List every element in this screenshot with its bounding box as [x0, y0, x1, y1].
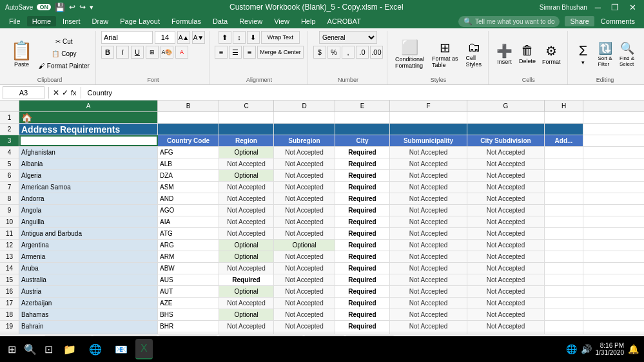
align-middle-btn[interactable]: ↕: [233, 31, 246, 44]
cell-D19[interactable]: Not Accepted: [274, 321, 335, 332]
cell-C16[interactable]: Optional: [219, 286, 274, 297]
cell-c2[interactable]: [219, 124, 274, 135]
cell-A10[interactable]: Anguilla: [19, 216, 158, 227]
taskbar-outlook[interactable]: 📧: [110, 339, 133, 359]
merge-center-btn[interactable]: Merge & Center: [257, 46, 304, 59]
cell-C6[interactable]: Optional: [219, 170, 274, 181]
format-painter-btn[interactable]: 🖌 Format Painter: [37, 61, 92, 72]
percent-btn[interactable]: %: [327, 46, 340, 59]
cell-G17[interactable]: Not Accepted: [467, 298, 545, 309]
cell-h2[interactable]: [545, 124, 583, 135]
cell-G16[interactable]: Not Accepted: [467, 286, 545, 297]
number-format-select[interactable]: General Number Currency Percentage: [319, 31, 377, 44]
cell-C10[interactable]: Not Accepted: [219, 216, 274, 227]
taskbar-time[interactable]: 8:16 PM 1/31/2020: [596, 342, 625, 356]
font-name-input[interactable]: [101, 31, 153, 44]
cell-B5[interactable]: ALB: [158, 158, 219, 169]
cell-E18[interactable]: Required: [335, 309, 390, 320]
cell-F17[interactable]: Not Accepted: [390, 298, 467, 309]
cell-f2[interactable]: [390, 124, 467, 135]
cell-G11[interactable]: Not Accepted: [467, 228, 545, 239]
insert-cells-btn[interactable]: ➕ Insert: [494, 36, 515, 72]
cell-H18[interactable]: [545, 309, 583, 320]
cell-D13[interactable]: Not Accepted: [274, 251, 335, 262]
menu-home[interactable]: Home: [27, 16, 56, 26]
cell-H13[interactable]: [545, 251, 583, 262]
cell-E19[interactable]: Required: [335, 321, 390, 332]
format-cells-btn[interactable]: ⚙ Format: [540, 36, 563, 72]
cell-A18[interactable]: Bahamas: [19, 309, 158, 320]
cell-C5[interactable]: Not Accepted: [219, 158, 274, 169]
cell-C20[interactable]: Not Accepted: [219, 332, 274, 334]
taskbar-other[interactable]: 🖥: [155, 339, 176, 359]
menu-review[interactable]: Review: [234, 16, 268, 26]
cell-G6[interactable]: Not Accepted: [467, 170, 545, 181]
menu-data[interactable]: Data: [208, 16, 233, 26]
cell-E10[interactable]: Required: [335, 216, 390, 227]
cell-F6[interactable]: Not Accepted: [390, 170, 467, 181]
cell-E9[interactable]: Required: [335, 205, 390, 216]
cell-C4[interactable]: Optional: [219, 147, 274, 158]
cell-A11[interactable]: Antigua and Barbuda: [19, 228, 158, 239]
cell-G19[interactable]: Not Accepted: [467, 321, 545, 332]
row-num-18[interactable]: 18: [0, 309, 19, 321]
cell-H11[interactable]: [545, 228, 583, 239]
notification-icon[interactable]: 🔔: [628, 344, 639, 354]
cell-H6[interactable]: [545, 170, 583, 181]
cell-A13[interactable]: Armenia: [19, 251, 158, 262]
maximize-btn[interactable]: ❐: [609, 3, 621, 12]
border-btn[interactable]: ⊞: [146, 46, 159, 59]
cell-A17[interactable]: Azerbaijan: [19, 298, 158, 309]
decrease-decimal-btn[interactable]: .0: [356, 46, 369, 59]
cell-E4[interactable]: Required: [335, 147, 390, 158]
cell-C13[interactable]: Optional: [219, 251, 274, 262]
cell-G18[interactable]: Not Accepted: [467, 309, 545, 320]
fill-color-btn[interactable]: A🎨: [161, 46, 173, 59]
cell-F10[interactable]: Not Accepted: [390, 216, 467, 227]
col-header-h[interactable]: H: [545, 100, 583, 111]
cell-H4[interactable]: [545, 147, 583, 158]
task-view-btn[interactable]: ⊡: [42, 341, 55, 358]
cell-b1[interactable]: [158, 112, 219, 123]
cell-F15[interactable]: Not Accepted: [390, 274, 467, 285]
cell-D18[interactable]: Not Accepted: [274, 309, 335, 320]
cell-H10[interactable]: [545, 216, 583, 227]
cell-G20[interactable]: Not Accepted: [467, 332, 545, 334]
cell-B4[interactable]: AFG: [158, 147, 219, 158]
cell-F19[interactable]: Not Accepted: [390, 321, 467, 332]
row-num-15[interactable]: 15: [0, 274, 19, 286]
cell-H15[interactable]: [545, 274, 583, 285]
cell-E13[interactable]: Required: [335, 251, 390, 262]
cell-d2[interactable]: [274, 124, 335, 135]
comma-btn[interactable]: ,: [342, 46, 355, 59]
cell-E16[interactable]: Required: [335, 286, 390, 297]
cell-A9[interactable]: Angola: [19, 205, 158, 216]
cell-D11[interactable]: Not Accepted: [274, 228, 335, 239]
cell-H7[interactable]: [545, 182, 583, 193]
row-num-2[interactable]: 2: [0, 124, 19, 135]
cell-E14[interactable]: Required: [335, 263, 390, 274]
cell-G10[interactable]: Not Accepted: [467, 216, 545, 227]
find-select-btn[interactable]: 🔍 Find &Select: [617, 36, 638, 72]
row-num-14[interactable]: 14: [0, 263, 19, 274]
menu-formulas[interactable]: Formulas: [166, 16, 206, 26]
cell-h3-header[interactable]: Add...: [545, 135, 583, 146]
row-num-19[interactable]: 19: [0, 321, 19, 332]
col-header-e[interactable]: E: [335, 100, 390, 111]
cell-H19[interactable]: [545, 321, 583, 332]
cell-C11[interactable]: Not Accepted: [219, 228, 274, 239]
row-num-7[interactable]: 7: [0, 182, 19, 193]
taskbar-explorer[interactable]: 📁: [58, 339, 81, 359]
row-num-4[interactable]: 4: [0, 147, 19, 158]
cell-B17[interactable]: AZE: [158, 298, 219, 309]
delete-cells-btn[interactable]: 🗑 Delete: [516, 36, 538, 72]
row-num-5[interactable]: 5: [0, 158, 19, 170]
cell-f1[interactable]: [390, 112, 467, 123]
share-btn[interactable]: Share: [565, 16, 594, 26]
cell-C8[interactable]: Not Accepted: [219, 193, 274, 204]
cell-e3-header[interactable]: City: [335, 135, 390, 146]
cell-f3-header[interactable]: Submunicipality: [390, 135, 467, 146]
search-input[interactable]: Tell me what you want to do: [475, 18, 554, 25]
col-header-a[interactable]: A: [19, 100, 158, 111]
cell-G12[interactable]: Not Accepted: [467, 240, 545, 251]
